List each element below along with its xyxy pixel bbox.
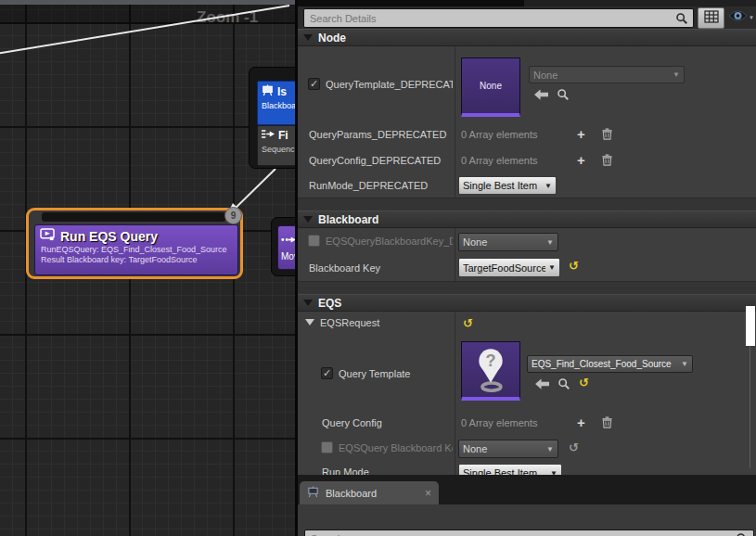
query-template-deprecated-dropdown[interactable]: None ▼ [529,66,685,83]
move-to-node-body[interactable]: Move [277,225,295,270]
close-icon[interactable]: × [425,487,431,500]
plus-icon: + [577,126,585,142]
dropdown-value: None [533,70,670,81]
query-template-checkbox[interactable]: ✓ [321,367,333,379]
eqs-query-blackboard-key-deprecated-checkbox [308,235,320,247]
node-subtitle-query: RunEQSQuery: EQS_Find_Closest_Food_Sourc… [35,244,237,254]
blackboard-key-dropdown[interactable]: TargetFoodSource ▼ [458,258,560,277]
expand-triangle-icon [303,300,313,306]
graph-canvas[interactable]: Zoom -1 Is Blackboa [0,0,295,536]
eqs-request-label: EQSRequest [320,317,453,328]
move-to-node[interactable]: Move [271,217,295,276]
node-input-pin[interactable] [42,212,225,222]
name-value-divider[interactable] [455,46,455,475]
thumbnail-text: None [480,81,502,91]
node-order-badge: 9 [224,207,242,224]
run-mode-deprecated-label: RunMode_DEPRECATED [309,180,453,191]
caret-down-icon: ▼ [681,360,688,368]
search-icon [675,12,693,25]
decorator-subtitle: Blackboa [258,99,295,110]
reset-to-default-button[interactable]: ↺ [579,377,589,389]
query-config-label: Query Config [322,417,453,428]
composite-title: Fi [278,129,288,142]
reset-icon: ↺ [569,259,579,273]
blackboard-search-box[interactable] [304,530,754,536]
query-config-deprecated-label: QueryConfig_DEPRECATED [309,155,453,166]
expand-triangle-icon [303,216,313,223]
add-array-element-button[interactable]: + [577,155,585,166]
tab-label: Blackboard [326,488,418,499]
check-icon: ✓ [310,78,318,90]
array-elements-count: 0 Array elements [461,129,538,140]
eqs-query-asset-thumbnail[interactable]: ? [461,341,520,401]
section-title: Node [318,32,346,45]
clear-array-button[interactable] [601,154,613,166]
plus-icon: + [577,415,585,430]
reset-icon: ↺ [579,376,589,389]
section-header-node[interactable]: Node [298,29,756,46]
section-header-eqs[interactable]: EQS [298,294,756,312]
scrollbar-thumb[interactable] [746,306,755,346]
none-asset-thumbnail[interactable]: None [461,57,520,117]
plus-icon: + [577,152,585,168]
decorator-title: Is [277,85,287,98]
chevron-down-icon: ▾ [750,14,753,21]
expand-triangle-icon[interactable] [305,319,314,325]
dropdown-value: Single Best Item [463,180,542,191]
decorator-blackboard-condition[interactable]: Is Blackboa [257,81,295,125]
property-matrix-button[interactable] [698,7,724,29]
sequence-icon [262,129,275,142]
query-template-label: Query Template [339,368,453,379]
grid-icon [704,10,719,27]
reset-to-default-button[interactable]: ↺ [463,318,473,329]
use-selected-asset-button[interactable] [535,378,549,389]
expand-triangle-icon [303,34,313,41]
search-icon [736,532,753,536]
clear-array-button[interactable] [601,128,613,140]
clear-array-button[interactable] [601,416,613,428]
run-eqs-query-node-body[interactable]: Run EQS Query RunEQSQuery: EQS_Find_Clos… [34,224,238,275]
dropdown-value: None [463,443,544,454]
reset-icon: ↺ [463,316,473,330]
reset-to-default-button[interactable]: ↺ [569,261,579,272]
browse-asset-button[interactable] [557,377,570,390]
eye-icon [728,9,748,26]
svg-text:?: ? [485,351,495,370]
node-subtitle-result: Result Blackboard key: TargetFoodSource [35,254,237,264]
run-mode-deprecated-dropdown[interactable]: Single Best Item ▼ [458,176,557,195]
query-template-deprecated-checkbox[interactable]: ✓ [308,78,320,90]
add-array-element-button[interactable]: + [577,129,585,140]
details-search-input[interactable] [304,13,675,24]
dropdown-value: TargetFoodSource [463,262,545,274]
blackboard-key-label: Blackboard Key [309,262,453,274]
scrollbar-track[interactable] [750,346,750,468]
array-elements-count: 0 Array elements [461,417,538,428]
array-elements-count: 0 Array elements [461,155,538,166]
run-eqs-query-node[interactable]: 9 Run EQS Query RunEQSQuery: EQS_Find_Cl… [26,208,243,279]
query-template-dropdown[interactable]: EQS_Find_Closest_Food_Source ▼ [527,355,693,373]
run-eqs-task-icon [40,228,56,244]
parent-composite-node[interactable]: Is Blackboa Fi Sequenc [249,67,295,169]
view-options-button[interactable]: ▾ [726,7,755,27]
eqs-query-blackboard-key-deprecated-dropdown[interactable]: None ▼ [458,233,558,251]
tab-blackboard[interactable]: Blackboard × [300,481,439,504]
blackboard-easel-icon [262,84,274,99]
use-selected-asset-button[interactable] [534,89,548,100]
browse-asset-button[interactable] [557,88,570,101]
reset-to-default-button[interactable]: ↺ [569,442,579,453]
move-node-label: Move [278,248,295,262]
question-pin-icon: ? [462,343,519,397]
query-template-deprecated-label: QueryTemplate_DEPRECATED [326,79,453,90]
caret-down-icon: ▼ [546,445,554,453]
composite-sequence-node[interactable]: Fi Sequenc [257,125,295,166]
caret-down-icon: ▼ [546,238,554,247]
eqs-query-blackboard-key-dropdown[interactable]: None ▼ [458,440,558,458]
node-title: Run EQS Query [60,229,158,244]
details-search-box[interactable] [303,8,694,28]
caret-down-icon: ▼ [673,70,680,79]
details-toolbar: ▾ [298,6,756,29]
add-array-element-button[interactable]: + [577,417,585,428]
section-header-blackboard[interactable]: Blackboard [298,211,756,228]
panel-top-edge-right [524,0,756,6]
eqs-query-blackboard-key-deprecated-label: EQSQueryBlackboardKey_DEPRECATED [326,236,453,247]
